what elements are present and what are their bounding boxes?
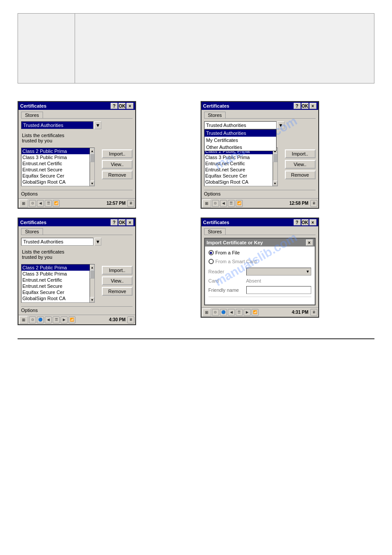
cert-item-1-5[interactable]: GlobalSign Root CA [22, 179, 90, 185]
start-button-3[interactable]: ⊞ [19, 316, 28, 324]
help-button-2[interactable]: ? [294, 103, 301, 109]
start-button-4[interactable]: ⊞ [202, 308, 211, 316]
dropdown-arrow-3[interactable]: ▼ [94, 238, 101, 246]
friendly-name-row: Friendly name [209, 286, 311, 294]
scroll-up-3[interactable]: ▲ [90, 265, 94, 270]
scrollbar-3[interactable]: ▲ ▼ [90, 264, 95, 303]
close-button-3[interactable]: × [126, 219, 133, 225]
tab-strip-2: Stores [204, 112, 316, 119]
taskbar-time-4: 4:31 PM [292, 310, 309, 315]
import-button-3[interactable]: Import.. [102, 266, 133, 275]
close-button-1[interactable]: × [126, 103, 133, 109]
cert-item-1-1[interactable]: Class 3 Public Prima [22, 154, 90, 160]
scrollbar-1[interactable]: ▲ ▼ [90, 148, 95, 186]
menu-item-2-1[interactable]: My Certificates [205, 137, 276, 144]
start-button-2[interactable]: ⊞ [202, 200, 211, 207]
cert-item-1-2[interactable]: Entrust.net Certific [22, 160, 90, 167]
tab-stores-1[interactable]: Stores [21, 112, 43, 118]
tab-stores-3[interactable]: Stores [21, 228, 43, 235]
taskbar-3: ⊞ ⊙ 🔵 ◀ ☰ ▶ 📶 4:30 PM 🖥 [18, 315, 135, 324]
import-dialog-close[interactable]: × [306, 239, 313, 246]
cert-item-2-4[interactable]: Equifax Secure Cer [205, 173, 273, 179]
menu-item-2-2[interactable]: Other Authorities [205, 144, 276, 151]
help-button-4[interactable]: ? [294, 219, 301, 225]
from-file-radio[interactable] [209, 250, 214, 255]
scroll-down-3[interactable]: ▼ [90, 297, 94, 302]
scroll-thumb-3 [90, 270, 94, 279]
view-button-2[interactable]: View.. [285, 160, 316, 169]
taskbar-icon-1b: ◀ [37, 200, 44, 207]
start-button-1[interactable]: ⊞ [19, 200, 28, 207]
cert-item-2-2[interactable]: Entrust.net Certific [205, 160, 273, 167]
tab-stores-4[interactable]: Stores [204, 228, 226, 235]
cert-item-2-3[interactable]: Entrust.net Secure [205, 167, 273, 173]
window-body-1: Stores Trusted Authorities ▼ Lists the c… [18, 110, 135, 198]
cert-item-3-3[interactable]: Entrust.net Secure [22, 283, 90, 289]
cert-item-2-5[interactable]: GlobalSign Root CA [205, 179, 273, 185]
menu-item-2-0[interactable]: Trusted Authorities [205, 130, 276, 137]
view-button-3[interactable]: View.. [102, 276, 133, 285]
import-button-1[interactable]: Import.. [102, 149, 133, 158]
cert-item-3-1[interactable]: Class 3 Public Prima [22, 271, 90, 277]
titlebar-2: Certificates ? OK × [201, 102, 318, 110]
view-button-1[interactable]: View.. [102, 160, 133, 169]
dropdown-1[interactable]: Trusted Authorities [21, 121, 94, 129]
from-smartcard-radio[interactable] [209, 259, 214, 264]
help-button-1[interactable]: ? [111, 103, 118, 109]
taskbar-speaker-1: 🖥 [127, 200, 134, 207]
t4-i6: 📶 [252, 309, 259, 316]
from-smartcard-label: From a Smart Card [216, 259, 257, 264]
ok-button-2[interactable]: OK [302, 103, 309, 109]
t4-i4: ☰ [236, 309, 243, 316]
reader-row: Reader ▼ [209, 268, 311, 276]
cert-item-3-0[interactable]: Class 2 Public Prima [22, 265, 90, 271]
options-bar-2: Options [204, 190, 316, 196]
remove-button-3[interactable]: Remove [102, 287, 133, 296]
t3-i1: ⊙ [29, 316, 36, 323]
close-button-2[interactable]: × [309, 103, 316, 109]
window-title-3: Certificates [20, 220, 47, 225]
dropdown-2[interactable]: Trusted Authorities [204, 121, 277, 129]
ok-button-4[interactable]: OK [302, 219, 309, 225]
dropdown-3[interactable]: Trusted Authorities [21, 238, 94, 246]
scroll-down-2[interactable]: ▼ [273, 181, 277, 186]
dropdown-arrow-1[interactable]: ▼ [94, 121, 101, 129]
cert-item-2-1[interactable]: Class 3 Public Prima [205, 154, 273, 160]
dropdown-arrow-2[interactable]: ▼ [277, 121, 284, 129]
taskbar-time-1: 12:57 PM [107, 201, 126, 206]
t2-i3: ☰ [228, 200, 235, 207]
tab-strip-4: Stores [204, 228, 316, 235]
help-button-3[interactable]: ? [111, 219, 118, 225]
options-label-3: Options [21, 308, 38, 313]
remove-button-2[interactable]: Remove [285, 170, 316, 179]
titlebar-4: Certificates ? OK × [201, 218, 318, 226]
remove-button-1[interactable]: Remove [102, 170, 133, 179]
ok-button-1[interactable]: OK [119, 103, 126, 109]
top-left-column [18, 14, 75, 83]
import-dialog: Import Certificate or Key × From a File … [204, 238, 316, 305]
window-title-2: Certificates [203, 103, 230, 109]
tab-stores-2[interactable]: Stores [204, 112, 226, 118]
reader-select[interactable]: ▼ [246, 268, 311, 276]
dropdown-row-2: Trusted Authorities ▼ Trusted Authoritie… [204, 121, 316, 129]
dropdown-row-1: Trusted Authorities ▼ [21, 121, 133, 129]
cert-item-3-2[interactable]: Entrust.net Certific [22, 277, 90, 283]
options-label-1: Options [21, 191, 38, 196]
cert-item-3-4[interactable]: Equifax Secure Cer [22, 289, 90, 295]
friendly-name-input[interactable] [246, 286, 311, 294]
scroll-down-1[interactable]: ▼ [90, 181, 94, 186]
scrollbar-2[interactable]: ▲ ▼ [273, 148, 278, 186]
button-col-2: Import.. View.. Remove [285, 149, 316, 179]
scroll-up-1[interactable]: ▲ [90, 148, 94, 153]
ok-button-3[interactable]: OK [119, 219, 126, 225]
cert-item-1-3[interactable]: Entrust.net Secure [22, 167, 90, 173]
taskbar-1: ⊞ ⊙ ◀ ☰ 📶 12:57 PM 🖥 [18, 198, 135, 208]
t2-i4: 📶 [236, 200, 243, 207]
cert-item-1-0[interactable]: Class 2 Public Prima [22, 148, 90, 154]
cert-item-3-5[interactable]: GlobalSign Root CA [22, 295, 90, 301]
cert-item-1-4[interactable]: Equifax Secure Cer [22, 173, 90, 179]
close-button-4[interactable]: × [309, 219, 316, 225]
import-button-2[interactable]: Import.. [285, 149, 316, 158]
t4-i1: ⊙ [212, 309, 219, 316]
reader-label: Reader [209, 269, 244, 274]
